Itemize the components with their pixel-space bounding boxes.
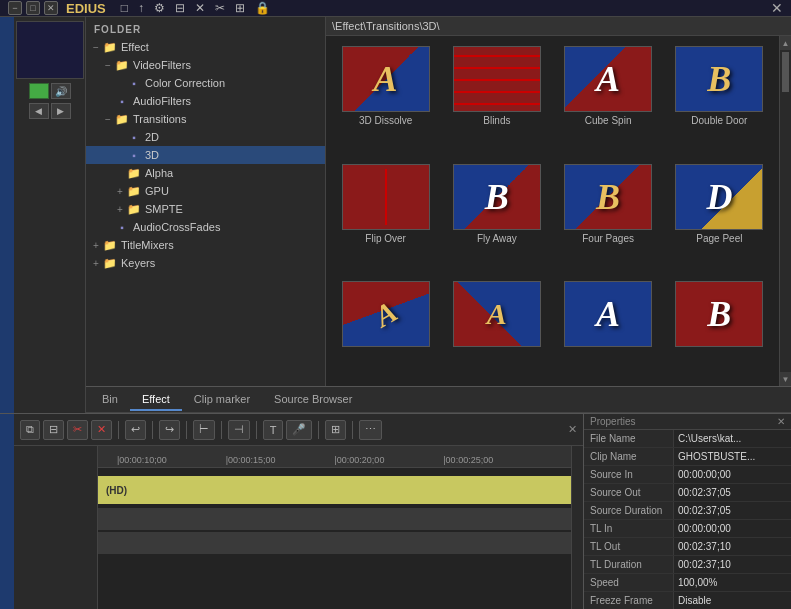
thumb-letter-four-pages: B [596, 176, 620, 218]
expand-icon-videofilters: − [102, 60, 114, 71]
info-key-sourceout: Source Out [584, 484, 674, 501]
tl-btn-mark[interactable]: ⊣ [228, 420, 250, 440]
tree-label-transitions: Transitions [133, 113, 186, 125]
tree-label-gpu: GPU [145, 185, 169, 197]
tree-item-colorcorrection[interactable]: ▪ Color Correction [86, 74, 325, 92]
tab-effect[interactable]: Effect [130, 389, 182, 411]
flipover-svg [342, 164, 430, 230]
effect-grid-scrollbar[interactable]: ▲ ▼ [779, 36, 791, 386]
toolbar-icon-6[interactable]: ✂ [212, 0, 228, 16]
tl-sep-6 [318, 421, 319, 439]
tl-btn-copy[interactable]: ⧉ [20, 420, 40, 440]
tree-item-videofilters[interactable]: − 📁 VideoFilters [86, 56, 325, 74]
effect-path-bar: \Effect\Transitions\3D\ [326, 17, 791, 36]
expand-icon-tm: + [90, 240, 102, 251]
effect-label-four-pages: Four Pages [582, 233, 634, 244]
info-row-sourcein: Source In 00:00:00;00 [584, 466, 791, 484]
thumbnail-cube-spin: A [564, 46, 652, 112]
bottom-blue-strip [0, 414, 14, 609]
tl-btn-trim[interactable]: ⊢ [193, 420, 215, 440]
tree-item-keyers[interactable]: + 📁 Keyers [86, 254, 325, 272]
tl-btn-undo[interactable]: ↩ [125, 420, 146, 440]
tree-item-alpha[interactable]: 📁 Alpha [86, 164, 325, 182]
effect-item-row3c[interactable]: A [553, 275, 664, 382]
info-panel-title: Properties [590, 416, 636, 427]
tl-btn-text[interactable]: T [263, 420, 283, 440]
scroll-thumb[interactable] [782, 52, 789, 92]
timeline-vscroll[interactable] [571, 446, 583, 609]
tl-btn-x[interactable]: ✕ [91, 420, 112, 440]
tl-btn-more[interactable]: ⋯ [359, 420, 382, 440]
toolbar-icon-7[interactable]: ⊞ [232, 0, 248, 16]
tree-label-titlemixers: TitleMixers [121, 239, 174, 251]
tree-item-transitions[interactable]: − 📁 Transitions [86, 110, 325, 128]
tab-clipmarker[interactable]: Clip marker [182, 389, 262, 411]
tl-btn-split[interactable]: ⊟ [43, 420, 64, 440]
thumb-letter-row3a: A [368, 295, 402, 334]
effect-main-panel: FOLDER − 📁 Effect − 📁 VideoFilters [86, 17, 791, 413]
toolbar-icon-3[interactable]: ⚙ [151, 0, 168, 16]
thumb-letter-row3d: B [707, 293, 731, 335]
tab-sourcebrowser[interactable]: Source Browser [262, 389, 364, 411]
tl-btn-grid[interactable]: ⊞ [325, 420, 346, 440]
nav-btn-row: ◀ ▶ [29, 103, 71, 119]
tree-item-3d[interactable]: ▪ 3D [86, 146, 325, 164]
bottom-row: ⧉ ⊟ ✂ ✕ ↩ ↪ ⊢ ⊣ T 🎤 ⊞ ⋯ ✕ [0, 413, 791, 609]
thumbnail-row3b: A [453, 281, 541, 347]
info-val-tlin: 00:00:00;00 [674, 520, 791, 537]
effect-item-row3d[interactable]: B [664, 275, 775, 382]
title-bar: − □ ✕ EDIUS □ ↑ ⚙ ⊟ ✕ ✂ ⊞ 🔒 ✕ [0, 0, 791, 17]
close-button[interactable]: ✕ [44, 1, 58, 15]
toolbar-icon-8[interactable]: 🔒 [252, 0, 273, 16]
folder-icon-effect: 📁 [102, 40, 118, 54]
tree-item-audiofilters[interactable]: ▪ AudioFilters [86, 92, 325, 110]
timeline-ruler: |00:00:10;00 |00:00:15;00 |00:00:20;00 |… [98, 446, 571, 468]
toolbar-icon-1[interactable]: □ [118, 0, 131, 16]
tree-item-smpte[interactable]: + 📁 SMPTE [86, 200, 325, 218]
thumbnail-fly-away: B [453, 164, 541, 230]
effect-item-flip-over[interactable]: Flip Over [330, 158, 441, 276]
tree-item-effect[interactable]: − 📁 Effect [86, 38, 325, 56]
folder-icon-alpha: 📁 [126, 166, 142, 180]
ruler-mark-3: |00:00:20;00 [335, 455, 385, 465]
hd-track[interactable]: (HD) [98, 476, 571, 504]
tab-bin[interactable]: Bin [90, 389, 130, 411]
tree-label-alpha: Alpha [145, 167, 173, 179]
speaker-button[interactable]: 🔊 [51, 83, 71, 99]
effect-item-cube-spin[interactable]: A Cube Spin [553, 40, 664, 158]
expand-icon-smpte: + [114, 204, 126, 215]
effect-item-fly-away[interactable]: B Fly Away [441, 158, 552, 276]
effect-item-3d-dissolve[interactable]: A 3D Dissolve [330, 40, 441, 158]
scroll-up-button[interactable]: ▲ [780, 36, 791, 50]
info-panel-close[interactable]: ✕ [777, 416, 785, 427]
effect-item-double-door[interactable]: B Double Door [664, 40, 775, 158]
tree-item-2d[interactable]: ▪ 2D [86, 128, 325, 146]
window-close-button[interactable]: ✕ [771, 0, 783, 16]
tl-btn-mic[interactable]: 🎤 [286, 420, 312, 440]
nav-right-button[interactable]: ▶ [51, 103, 71, 119]
tl-btn-redo[interactable]: ↪ [159, 420, 180, 440]
effect-item-row3a[interactable]: A [330, 275, 441, 382]
scroll-track [780, 50, 791, 372]
effect-label-blinds: Blinds [483, 115, 510, 126]
effect-grid: A 3D Dissolve [326, 36, 779, 386]
maximize-button[interactable]: □ [26, 1, 40, 15]
toolbar-icon-2[interactable]: ↑ [135, 0, 147, 16]
scroll-down-button[interactable]: ▼ [780, 372, 791, 386]
effect-item-row3b[interactable]: A [441, 275, 552, 382]
nav-left-button[interactable]: ◀ [29, 103, 49, 119]
info-val-freezeframe: Disable [674, 592, 791, 609]
toolbar-icon-4[interactable]: ⊟ [172, 0, 188, 16]
info-row-sourceout: Source Out 00:02:37;05 [584, 484, 791, 502]
effect-item-four-pages[interactable]: B Four Pages [553, 158, 664, 276]
effect-item-page-peel[interactable]: D Page Peel [664, 158, 775, 276]
tree-item-titlemixers[interactable]: + 📁 TitleMixers [86, 236, 325, 254]
effect-item-blinds[interactable]: Blinds [441, 40, 552, 158]
tree-item-gpu[interactable]: + 📁 GPU [86, 182, 325, 200]
info-key-speed: Speed [584, 574, 674, 591]
minimize-button[interactable]: − [8, 1, 22, 15]
timeline-close-button[interactable]: ✕ [568, 423, 577, 436]
tree-item-audiocrossfades[interactable]: ▪ AudioCrossFades [86, 218, 325, 236]
toolbar-icon-5[interactable]: ✕ [192, 0, 208, 16]
tl-btn-cut[interactable]: ✂ [67, 420, 88, 440]
